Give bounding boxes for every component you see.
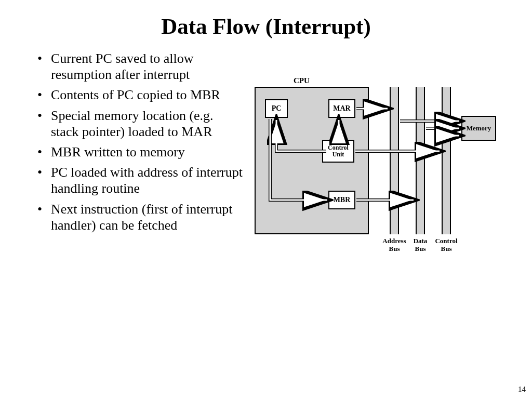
bullet-item: MBR written to memory (51, 144, 244, 160)
data-bus-line2: Bus (415, 245, 426, 252)
control-unit: Control Unit (322, 140, 354, 163)
data-bus (416, 87, 425, 234)
cpu-diagram: CPU PC MAR Control Unit MBR Memory Addre… (249, 76, 509, 274)
bullet-item: PC loaded with address of interrupt hand… (51, 164, 244, 196)
mbr-register: MBR (328, 191, 355, 209)
bullet-item: Current PC saved to allow resumption aft… (51, 50, 244, 83)
control-bus (442, 87, 451, 234)
data-bus-line1: Data (414, 237, 428, 245)
memory-box: Memory (461, 116, 496, 141)
address-bus-line2: Bus (389, 245, 400, 252)
page-number: 14 (518, 385, 526, 394)
mar-register: MAR (328, 99, 355, 118)
cpu-label: CPU (294, 76, 310, 85)
control-unit-line2: Unit (332, 151, 344, 158)
control-bus-line1: Control (435, 237, 457, 245)
control-bus-label: Control Bus (431, 237, 462, 253)
pc-register: PC (265, 99, 288, 118)
slide-title: Data Flow (Interrupt) (0, 14, 532, 39)
address-bus (390, 87, 399, 234)
bullet-item: Contents of PC copied to MBR (51, 87, 244, 103)
content-row: Current PC saved to allow resumption aft… (0, 50, 532, 274)
address-bus-line1: Address (382, 237, 406, 245)
bullet-item: Special memory location (e.g. stack poin… (51, 108, 244, 140)
control-bus-line2: Bus (441, 245, 452, 252)
bullet-item: Next instruction (first of interrupt han… (51, 201, 244, 233)
diagram-container: CPU PC MAR Control Unit MBR Memory Addre… (249, 50, 532, 274)
bullet-list: Current PC saved to allow resumption aft… (0, 50, 249, 274)
